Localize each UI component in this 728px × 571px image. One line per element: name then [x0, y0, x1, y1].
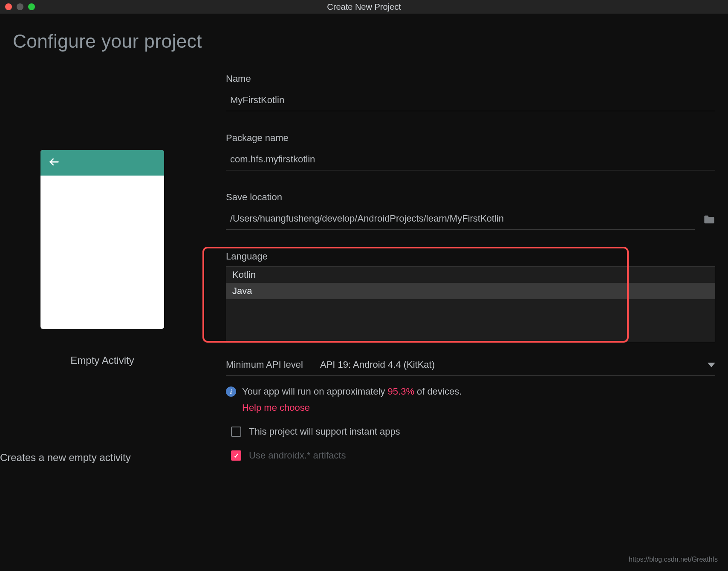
language-option-kotlin[interactable]: Kotlin [226, 267, 715, 283]
close-window-button[interactable] [5, 3, 12, 10]
api-level-select[interactable]: API 19: Android 4.4 (KitKat) [320, 359, 715, 370]
dropdown-spacer [226, 299, 715, 342]
language-dropdown[interactable]: Kotlin Java [226, 266, 715, 342]
preview-description: Creates a new empty activity [0, 452, 131, 464]
page-title: Configure your project [13, 31, 715, 52]
device-coverage-percent: 95.3% [388, 386, 414, 397]
androidx-label: Use androidx.* artifacts [249, 450, 346, 461]
watermark: https://blog.csdn.net/Greathfs [629, 556, 718, 563]
language-option-java[interactable]: Java [226, 283, 715, 299]
preview-label: Empty Activity [70, 355, 134, 366]
api-level-label: Minimum API level [226, 359, 303, 370]
instant-apps-label: This project will support instant apps [249, 426, 400, 437]
folder-icon[interactable] [703, 214, 715, 226]
help-me-choose-link[interactable]: Help me choose [242, 402, 715, 413]
name-label: Name [226, 73, 715, 84]
chevron-down-icon [708, 359, 715, 370]
package-input[interactable] [226, 151, 715, 170]
api-level-value: API 19: Android 4.4 (KitKat) [320, 359, 435, 370]
minimize-window-button[interactable] [17, 3, 23, 10]
back-arrow-icon [48, 156, 60, 170]
svg-marker-1 [708, 363, 715, 367]
androidx-checkbox[interactable] [231, 450, 241, 461]
name-input[interactable] [226, 92, 715, 111]
traffic-lights [5, 3, 35, 10]
window-title: Create New Project [327, 2, 401, 12]
package-label: Package name [226, 133, 715, 144]
titlebar: Create New Project [0, 0, 728, 14]
info-icon: i [226, 386, 236, 397]
location-label: Save location [226, 192, 715, 203]
activity-preview [40, 150, 164, 329]
preview-toolbar [40, 150, 164, 176]
maximize-window-button[interactable] [28, 3, 35, 10]
device-coverage-text: Your app will run on approximately 95.3%… [242, 386, 462, 397]
instant-apps-checkbox[interactable] [231, 427, 241, 437]
language-label: Language [226, 251, 715, 262]
location-input[interactable] [226, 211, 695, 230]
